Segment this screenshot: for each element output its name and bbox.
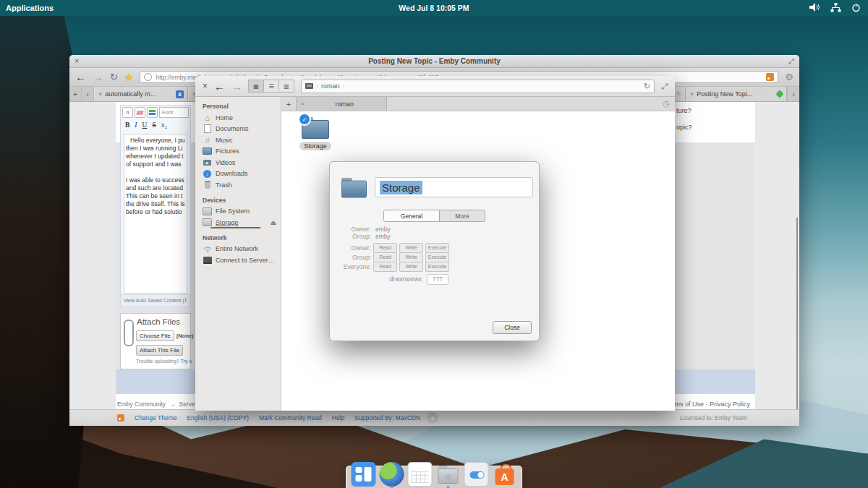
network-icon[interactable] xyxy=(830,3,841,14)
sidebar-item-documents[interactable]: Documents xyxy=(195,124,281,135)
tab-more[interactable]: More xyxy=(440,210,485,222)
dialog-close-button[interactable]: Close xyxy=(493,321,532,334)
path-bar[interactable]: › roman › ↻ xyxy=(301,80,655,93)
sidebar-item-entire-network[interactable]: Entire Network xyxy=(195,244,281,255)
strikethrough-button[interactable]: S xyxy=(152,121,156,129)
bold-button[interactable]: B xyxy=(125,121,129,129)
calendar-icon[interactable] xyxy=(408,462,433,487)
sidebar-item-trash[interactable]: Trash xyxy=(195,179,281,191)
sidebar-item-pictures[interactable]: Pictures xyxy=(195,146,281,158)
tab-scroll-right-button[interactable]: › xyxy=(787,87,799,101)
path-separator: › xyxy=(343,82,345,90)
sidebar-item-music[interactable]: ♫ Music xyxy=(195,134,281,146)
files-maximize-icon[interactable]: ⤢ xyxy=(661,82,668,90)
remove-format-button[interactable]: n xyxy=(122,107,133,118)
files-tab-roman[interactable]: × roman xyxy=(296,97,387,111)
browser-menu-gear-icon[interactable]: ⚙ xyxy=(785,72,793,82)
tab-label[interactable]: Posting New Topi... xyxy=(697,90,774,98)
tab-scroll-left-button[interactable]: ‹ xyxy=(82,87,94,101)
tab-automatically[interactable]: × automatically m... 8 xyxy=(94,87,188,101)
maxcdn-link[interactable]: Supported By: MaxCDN xyxy=(354,414,420,421)
italic-button[interactable]: I xyxy=(135,121,137,129)
breadcrumb-site-link[interactable]: Emby Community xyxy=(117,401,166,408)
files-forward-button[interactable]: → xyxy=(231,81,242,92)
terms-privacy-links[interactable]: Terms of Use · Privacy Policy xyxy=(665,401,750,408)
trouble-link[interactable]: Try o xyxy=(181,359,192,364)
top-panel: Applications Wed Jul 8 10:05 PM xyxy=(0,0,868,16)
group-read-toggle[interactable]: Read xyxy=(373,252,397,262)
clock-indicator[interactable]: Wed Jul 8 10:05 PM xyxy=(0,4,868,12)
font-dropdown[interactable]: Font xyxy=(159,107,189,118)
browser-maximize-icon[interactable]: ⤢ xyxy=(788,58,794,65)
files-reload-icon[interactable]: ↻ xyxy=(644,82,650,90)
sidebar-item-videos[interactable]: ▶ Videos xyxy=(195,157,281,168)
grid-view-button[interactable]: ▦ xyxy=(248,80,264,93)
help-link[interactable]: Help xyxy=(332,414,344,421)
sidebar-item-filesystem[interactable]: File System xyxy=(195,206,281,218)
subscript-button[interactable]: x₂ xyxy=(161,121,167,129)
new-tab-button[interactable]: + xyxy=(69,87,82,101)
group-write-toggle[interactable]: Write xyxy=(399,252,423,262)
choose-file-button[interactable]: Choose File xyxy=(136,330,174,341)
eraser-button[interactable] xyxy=(135,107,145,118)
column-view-button[interactable]: ▥ xyxy=(278,80,294,93)
power-icon[interactable] xyxy=(851,3,861,14)
owner-execute-toggle[interactable]: Execute xyxy=(425,243,449,253)
appcenter-icon[interactable]: A xyxy=(493,462,517,487)
scroll-to-top-button[interactable]: ▲ xyxy=(427,412,438,424)
web-browser-icon[interactable] xyxy=(380,462,404,487)
tab-label[interactable]: automatically m... xyxy=(105,90,173,98)
volume-icon[interactable] xyxy=(809,3,820,13)
forward-button[interactable]: → xyxy=(93,72,103,82)
sidebar-item-connect-server[interactable]: Connect to Server… xyxy=(195,254,281,266)
reload-button[interactable]: ↻ xyxy=(110,72,118,82)
rss-feed-icon[interactable] xyxy=(766,73,774,81)
post-textarea[interactable]: Hello everyone, I pu then I was running … xyxy=(124,134,187,294)
group-execute-toggle[interactable]: Execute xyxy=(425,252,449,262)
files-app-icon[interactable]: ⌂ xyxy=(436,462,461,487)
back-button[interactable]: ← xyxy=(75,72,86,82)
system-settings-icon[interactable] xyxy=(464,462,489,487)
tab-general[interactable]: General xyxy=(383,210,440,222)
files-close-icon[interactable]: × xyxy=(203,82,208,90)
eject-icon[interactable]: ⏏ xyxy=(270,219,276,226)
attach-this-file-button[interactable]: Attach This File xyxy=(136,345,183,356)
owner-write-toggle[interactable]: Write xyxy=(399,243,423,253)
multitasking-view-icon[interactable] xyxy=(352,462,376,487)
footer-rss-icon[interactable] xyxy=(117,414,124,421)
closed-tabs-history-icon[interactable]: ◷ xyxy=(663,100,670,108)
everyone-read-toggle[interactable]: Read xyxy=(373,262,397,272)
page-scrollbar[interactable] xyxy=(796,218,798,409)
autosave-link[interactable]: View Auto Saved Content (T xyxy=(121,294,190,307)
change-theme-link[interactable]: Change Theme xyxy=(135,414,176,421)
files-headerbar[interactable]: × ← → ▦ ☰ ▥ › roman › ↻ ⤢ xyxy=(195,76,675,97)
bookmark-star-icon[interactable]: ★ xyxy=(124,72,134,82)
language-link[interactable]: English (USA) (COPY) xyxy=(187,414,249,421)
tab-close-icon[interactable]: × xyxy=(690,90,694,98)
everyone-execute-toggle[interactable]: Execute xyxy=(425,262,449,272)
files-tab-close-icon[interactable]: × xyxy=(301,100,305,107)
sidebar-item-home[interactable]: ⌂ Home xyxy=(195,112,281,124)
everyone-write-toggle[interactable]: Write xyxy=(399,262,423,272)
files-back-button[interactable]: ← xyxy=(214,81,225,92)
files-new-tab-button[interactable]: + xyxy=(281,100,296,108)
files-tab-label: roman xyxy=(307,100,382,108)
tab-posting-new-topic[interactable]: × Posting New Topi... xyxy=(686,87,787,101)
sidebar-label: File System xyxy=(216,207,250,215)
videos-icon: ▶ xyxy=(203,160,212,166)
list-view-button[interactable]: ☰ xyxy=(263,80,279,93)
mark-read-link[interactable]: Mark Community Read xyxy=(259,414,322,421)
sidebar-item-downloads[interactable]: ↓ Downloads xyxy=(195,168,281,180)
browser-close-icon[interactable]: × xyxy=(75,57,79,65)
eraser-icon xyxy=(136,111,144,115)
browser-titlebar[interactable]: × Posting New Topic - Emby Community ⤢ xyxy=(69,55,799,68)
octal-permission-field[interactable]: 777 xyxy=(427,274,448,285)
path-location[interactable]: roman xyxy=(321,82,340,90)
tab-close-icon[interactable]: × xyxy=(98,90,102,98)
storage-folder-item[interactable]: ✓ Storage xyxy=(294,117,336,150)
text-color-button[interactable] xyxy=(147,107,158,118)
sidebar-item-storage[interactable]: Storage ⏏ xyxy=(195,217,281,228)
folder-name-entry[interactable]: Storage xyxy=(375,177,533,197)
owner-read-toggle[interactable]: Read xyxy=(373,243,397,253)
underline-button[interactable]: U xyxy=(142,121,148,129)
